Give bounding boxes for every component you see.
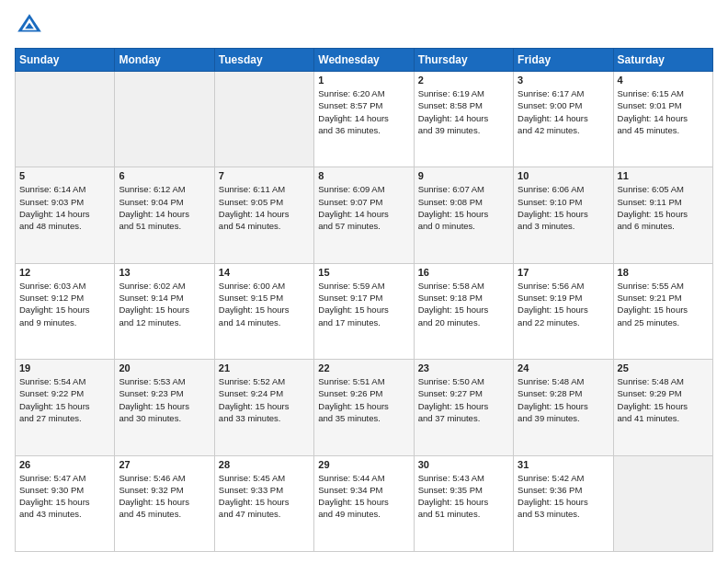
- calendar-cell: 21Sunrise: 5:52 AM Sunset: 9:24 PM Dayli…: [214, 360, 313, 455]
- day-number: 29: [318, 459, 409, 470]
- sun-info: Sunrise: 5:44 AM Sunset: 9:34 PM Dayligh…: [318, 472, 409, 521]
- day-number: 1: [318, 75, 409, 86]
- calendar-week-5: 26Sunrise: 5:47 AM Sunset: 9:30 PM Dayli…: [16, 455, 713, 551]
- calendar-cell: 25Sunrise: 5:48 AM Sunset: 9:29 PM Dayli…: [613, 360, 712, 455]
- day-number: 6: [119, 170, 210, 181]
- calendar-cell: 3Sunrise: 6:17 AM Sunset: 9:00 PM Daylig…: [514, 72, 613, 167]
- sun-info: Sunrise: 5:50 AM Sunset: 9:27 PM Dayligh…: [418, 375, 509, 424]
- day-number: 31: [518, 459, 609, 470]
- day-number: 25: [618, 362, 709, 373]
- day-number: 10: [518, 170, 609, 181]
- day-number: 18: [618, 267, 709, 278]
- calendar-cell: 2Sunrise: 6:19 AM Sunset: 8:58 PM Daylig…: [414, 72, 513, 167]
- weekday-header-saturday: Saturday: [613, 49, 712, 72]
- day-number: 4: [618, 75, 709, 86]
- calendar-cell: 6Sunrise: 6:12 AM Sunset: 9:04 PM Daylig…: [115, 167, 214, 263]
- sun-info: Sunrise: 5:46 AM Sunset: 9:32 PM Dayligh…: [119, 472, 210, 521]
- calendar-cell: 8Sunrise: 6:09 AM Sunset: 9:07 PM Daylig…: [314, 167, 414, 263]
- calendar-cell: 9Sunrise: 6:07 AM Sunset: 9:08 PM Daylig…: [414, 167, 513, 263]
- day-number: 16: [418, 267, 509, 278]
- weekday-header-sunday: Sunday: [16, 49, 115, 72]
- calendar-week-1: 1Sunrise: 6:20 AM Sunset: 8:57 PM Daylig…: [16, 72, 713, 167]
- weekday-header-thursday: Thursday: [414, 49, 513, 72]
- sun-info: Sunrise: 6:03 AM Sunset: 9:12 PM Dayligh…: [19, 280, 110, 328]
- sun-info: Sunrise: 5:48 AM Sunset: 9:28 PM Dayligh…: [518, 375, 609, 424]
- sun-info: Sunrise: 6:09 AM Sunset: 9:07 PM Dayligh…: [318, 183, 409, 232]
- day-number: 27: [119, 459, 210, 470]
- sun-info: Sunrise: 5:42 AM Sunset: 9:36 PM Dayligh…: [518, 472, 609, 521]
- sun-info: Sunrise: 5:47 AM Sunset: 9:30 PM Dayligh…: [19, 472, 110, 521]
- calendar-cell: 4Sunrise: 6:15 AM Sunset: 9:01 PM Daylig…: [613, 72, 712, 167]
- calendar-cell: 29Sunrise: 5:44 AM Sunset: 9:34 PM Dayli…: [314, 455, 414, 551]
- sun-info: Sunrise: 6:15 AM Sunset: 9:01 PM Dayligh…: [618, 87, 709, 136]
- day-number: 28: [219, 459, 310, 470]
- day-number: 30: [418, 459, 509, 470]
- day-number: 17: [518, 267, 609, 278]
- calendar-week-4: 19Sunrise: 5:54 AM Sunset: 9:22 PM Dayli…: [16, 360, 713, 455]
- calendar-cell: 31Sunrise: 5:42 AM Sunset: 9:36 PM Dayli…: [514, 455, 613, 551]
- sun-info: Sunrise: 6:19 AM Sunset: 8:58 PM Dayligh…: [418, 87, 509, 136]
- day-number: 22: [318, 362, 409, 373]
- day-number: 19: [19, 362, 110, 373]
- day-number: 24: [518, 362, 609, 373]
- calendar-cell: [214, 72, 313, 167]
- calendar-cell: 23Sunrise: 5:50 AM Sunset: 9:27 PM Dayli…: [414, 360, 513, 455]
- calendar-cell: [115, 72, 214, 167]
- weekday-header-friday: Friday: [514, 49, 613, 72]
- day-number: 7: [219, 170, 310, 181]
- calendar-cell: [16, 72, 115, 167]
- day-number: 14: [219, 267, 310, 278]
- calendar-cell: 12Sunrise: 6:03 AM Sunset: 9:12 PM Dayli…: [16, 263, 115, 359]
- weekday-header-monday: Monday: [115, 49, 214, 72]
- calendar-cell: 19Sunrise: 5:54 AM Sunset: 9:22 PM Dayli…: [16, 360, 115, 455]
- day-number: 9: [418, 170, 509, 181]
- sun-info: Sunrise: 6:06 AM Sunset: 9:10 PM Dayligh…: [518, 183, 609, 232]
- weekday-header-wednesday: Wednesday: [314, 49, 414, 72]
- calendar-cell: 28Sunrise: 5:45 AM Sunset: 9:33 PM Dayli…: [214, 455, 313, 551]
- sun-info: Sunrise: 6:12 AM Sunset: 9:04 PM Dayligh…: [119, 183, 210, 232]
- calendar-cell: 13Sunrise: 6:02 AM Sunset: 9:14 PM Dayli…: [115, 263, 214, 359]
- calendar-week-2: 5Sunrise: 6:14 AM Sunset: 9:03 PM Daylig…: [16, 167, 713, 263]
- day-number: 21: [219, 362, 310, 373]
- calendar-cell: 16Sunrise: 5:58 AM Sunset: 9:18 PM Dayli…: [414, 263, 513, 359]
- calendar-cell: 11Sunrise: 6:05 AM Sunset: 9:11 PM Dayli…: [613, 167, 712, 263]
- sun-info: Sunrise: 6:14 AM Sunset: 9:03 PM Dayligh…: [19, 183, 110, 232]
- sun-info: Sunrise: 6:07 AM Sunset: 9:08 PM Dayligh…: [418, 183, 509, 232]
- sun-info: Sunrise: 5:54 AM Sunset: 9:22 PM Dayligh…: [19, 375, 110, 424]
- calendar-table: SundayMondayTuesdayWednesdayThursdayFrid…: [15, 48, 713, 552]
- day-number: 11: [618, 170, 709, 181]
- calendar-cell: 10Sunrise: 6:06 AM Sunset: 9:10 PM Dayli…: [514, 167, 613, 263]
- weekday-header-tuesday: Tuesday: [214, 49, 313, 72]
- logo-icon: [15, 11, 44, 40]
- day-number: 8: [318, 170, 409, 181]
- sun-info: Sunrise: 6:20 AM Sunset: 8:57 PM Dayligh…: [318, 87, 409, 136]
- sun-info: Sunrise: 5:58 AM Sunset: 9:18 PM Dayligh…: [418, 280, 509, 328]
- calendar-cell: [613, 455, 712, 551]
- day-number: 13: [119, 267, 210, 278]
- sun-info: Sunrise: 5:45 AM Sunset: 9:33 PM Dayligh…: [219, 472, 310, 521]
- logo: [15, 11, 48, 40]
- day-number: 23: [418, 362, 509, 373]
- sun-info: Sunrise: 6:11 AM Sunset: 9:05 PM Dayligh…: [219, 183, 310, 232]
- sun-info: Sunrise: 6:17 AM Sunset: 9:00 PM Dayligh…: [518, 87, 609, 136]
- calendar-cell: 1Sunrise: 6:20 AM Sunset: 8:57 PM Daylig…: [314, 72, 414, 167]
- day-number: 3: [518, 75, 609, 86]
- day-number: 5: [19, 170, 110, 181]
- calendar-cell: 30Sunrise: 5:43 AM Sunset: 9:35 PM Dayli…: [414, 455, 513, 551]
- sun-info: Sunrise: 5:55 AM Sunset: 9:21 PM Dayligh…: [618, 280, 709, 328]
- day-number: 15: [318, 267, 409, 278]
- sun-info: Sunrise: 5:43 AM Sunset: 9:35 PM Dayligh…: [418, 472, 509, 521]
- sun-info: Sunrise: 5:52 AM Sunset: 9:24 PM Dayligh…: [219, 375, 310, 424]
- sun-info: Sunrise: 5:53 AM Sunset: 9:23 PM Dayligh…: [119, 375, 210, 424]
- calendar-cell: 24Sunrise: 5:48 AM Sunset: 9:28 PM Dayli…: [514, 360, 613, 455]
- weekday-header-row: SundayMondayTuesdayWednesdayThursdayFrid…: [16, 49, 713, 72]
- calendar-cell: 26Sunrise: 5:47 AM Sunset: 9:30 PM Dayli…: [16, 455, 115, 551]
- day-number: 2: [418, 75, 509, 86]
- calendar-week-3: 12Sunrise: 6:03 AM Sunset: 9:12 PM Dayli…: [16, 263, 713, 359]
- sun-info: Sunrise: 6:02 AM Sunset: 9:14 PM Dayligh…: [119, 280, 210, 328]
- calendar-cell: 5Sunrise: 6:14 AM Sunset: 9:03 PM Daylig…: [16, 167, 115, 263]
- sun-info: Sunrise: 5:48 AM Sunset: 9:29 PM Dayligh…: [618, 375, 709, 424]
- sun-info: Sunrise: 6:00 AM Sunset: 9:15 PM Dayligh…: [219, 280, 310, 328]
- day-number: 12: [19, 267, 110, 278]
- sun-info: Sunrise: 6:05 AM Sunset: 9:11 PM Dayligh…: [618, 183, 709, 232]
